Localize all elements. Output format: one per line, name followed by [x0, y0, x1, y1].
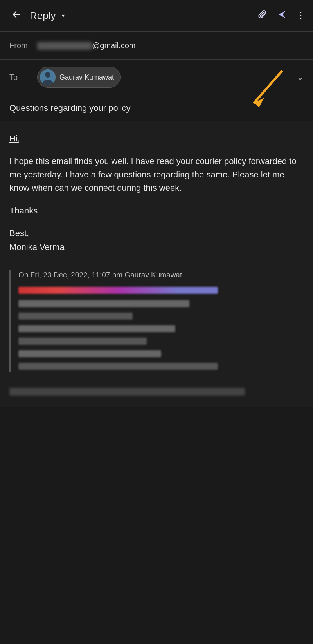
- blurred-email-link: [18, 287, 218, 294]
- blurred-row-4: [18, 338, 147, 345]
- greeting: Hi,: [9, 132, 304, 145]
- to-label: To: [9, 73, 31, 82]
- blurred-row-5: [18, 350, 161, 357]
- avatar-image: [40, 69, 56, 85]
- blurred-row-3: [18, 325, 175, 332]
- reply-label: Reply: [30, 10, 56, 22]
- from-label: From: [9, 41, 31, 50]
- subject-row[interactable]: Questions regarding your policy: [0, 95, 313, 121]
- blurred-row-2: [18, 313, 133, 320]
- from-email-blurred: [37, 42, 92, 50]
- bottom-blurred-footer: [9, 388, 245, 396]
- from-email-suffix: @gmail.com: [92, 41, 135, 50]
- body-area[interactable]: Hi, I hope this email finds you well. I …: [0, 121, 313, 407]
- recipient-chip[interactable]: Gaurav Kumawat: [37, 67, 121, 88]
- toolbar: Reply ▾ ⋮: [0, 0, 313, 31]
- avatar-silhouette: [40, 69, 56, 85]
- quoted-body-blurred: [18, 287, 304, 372]
- to-section: To Gaurav Kumawat ⌄: [0, 60, 313, 95]
- greeting-text: Hi,: [9, 134, 20, 143]
- back-button[interactable]: [8, 6, 25, 25]
- attachment-button[interactable]: [257, 9, 268, 22]
- from-email: @gmail.com: [37, 41, 135, 50]
- thanks-text: Thanks: [9, 204, 304, 217]
- attachment-icon: [257, 9, 268, 20]
- back-icon: [11, 9, 22, 20]
- signature-text: Monika Verma: [9, 242, 65, 252]
- subject-text: Questions regarding your policy: [9, 103, 130, 113]
- blurred-row-1: [18, 300, 189, 307]
- reply-dropdown-icon[interactable]: ▾: [62, 13, 65, 19]
- to-row: To Gaurav Kumawat ⌄: [0, 60, 313, 95]
- closing-text: Best, Monika Verma: [9, 227, 304, 253]
- avatar: [40, 69, 56, 85]
- quoted-email-section: On Fri, 23 Dec, 2022, 11:07 pm Gaurav Ku…: [9, 270, 304, 373]
- body-paragraph: I hope this email finds you well. I have…: [9, 155, 304, 195]
- blurred-row-6: [18, 363, 218, 370]
- svg-point-1: [45, 72, 50, 78]
- closing-word: Best,: [9, 228, 29, 238]
- recipient-name: Gaurav Kumawat: [59, 73, 114, 81]
- send-button[interactable]: [277, 9, 287, 22]
- toolbar-left: Reply ▾: [8, 6, 257, 25]
- from-row: From @gmail.com: [0, 32, 313, 59]
- more-options-button[interactable]: ⋮: [297, 11, 305, 21]
- email-body: Hi, I hope this email finds you well. I …: [9, 132, 304, 254]
- toolbar-right: ⋮: [257, 9, 305, 22]
- to-expand-icon[interactable]: ⌄: [297, 72, 304, 82]
- send-icon: [277, 9, 287, 20]
- quoted-header: On Fri, 23 Dec, 2022, 11:07 pm Gaurav Ku…: [18, 270, 304, 281]
